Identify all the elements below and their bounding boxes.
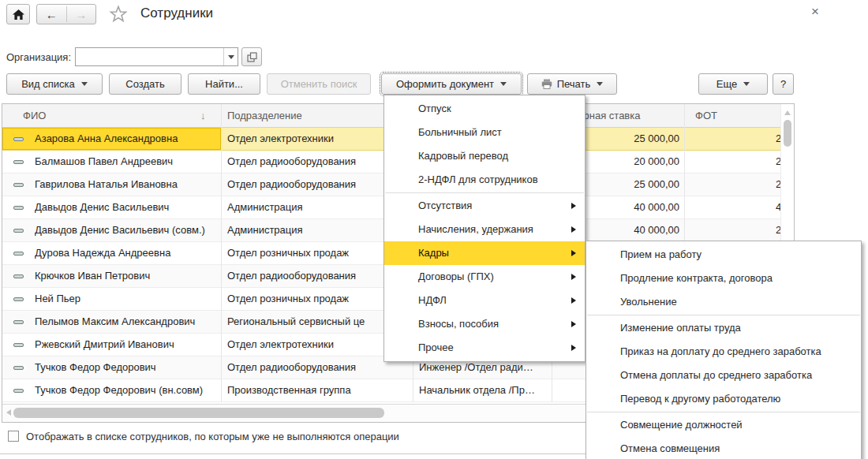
window-bottom-divider <box>0 453 586 454</box>
employee-state-icon <box>13 206 24 210</box>
menu-item-otsutstviya[interactable]: Отсутствия <box>384 194 585 218</box>
grid-line <box>221 104 222 402</box>
cell-fio: Тучков Федор Федорович <box>35 361 218 373</box>
cell-fio: Балмашов Павел Андреевич <box>35 155 218 167</box>
menu-item-2ndfl[interactable]: 2-НДФЛ для сотрудников <box>384 168 585 192</box>
favorites-star-button[interactable] <box>109 5 128 24</box>
menu-separator <box>385 192 584 193</box>
printer-icon <box>541 79 552 89</box>
print-button[interactable]: Печать <box>527 73 617 95</box>
cancel-search-button: Отменить поиск <box>267 73 371 95</box>
submenu-arrow-icon <box>571 250 576 256</box>
menu-separator <box>587 412 860 412</box>
submenu-arrow-icon <box>571 226 576 233</box>
scroll-left-icon[interactable] <box>6 409 11 416</box>
organization-label: Организация: <box>6 51 71 63</box>
employee-state-icon <box>13 183 24 187</box>
cell-fio: Дурова Надежда Андреевна <box>35 247 218 259</box>
employee-state-icon <box>13 229 24 233</box>
column-header-department[interactable]: Подразделение <box>227 110 302 121</box>
chevron-down-icon <box>81 82 88 86</box>
choose-from-list-icon <box>247 52 257 62</box>
home-button[interactable] <box>6 4 30 24</box>
submenu-item-perevod-k-drugomu-rabotodatelyu[interactable]: Перевод к другому работодателю <box>586 387 861 411</box>
submenu-item-otmena-doplaty[interactable]: Отмена доплаты до среднего заработка <box>586 364 861 387</box>
menu-item-dogovory-gph[interactable]: Договоры (ГПХ) <box>384 265 585 289</box>
employees-window: ← → Сотрудники × Организация: Вид списка… <box>0 0 868 459</box>
home-icon <box>13 9 24 20</box>
employee-state-icon <box>13 320 24 324</box>
cell-department: Отдел радиооборудования <box>227 361 411 373</box>
menu-item-bolnichny-list[interactable]: Больничный лист <box>384 121 585 144</box>
vertical-scroll-thumb[interactable] <box>784 120 791 147</box>
menu-item-ndfl[interactable]: НДФЛ <box>384 289 585 312</box>
make-document-menu: Отпуск Больничный лист Кадровый перевод … <box>383 95 586 362</box>
cell-position: Инженер /Отдел ради… <box>419 361 550 373</box>
submenu-arrow-icon <box>571 297 576 304</box>
submenu-item-uvolnenie[interactable]: Увольнение <box>586 290 861 314</box>
show-inactive-label: Отображать в списке сотрудников, по кото… <box>26 431 399 442</box>
menu-item-prochee[interactable]: Прочее <box>384 336 585 360</box>
cell-fio: Ней Пьер <box>35 293 218 304</box>
employee-state-icon <box>13 252 24 256</box>
employee-state-icon <box>13 366 24 370</box>
help-button[interactable]: ? <box>773 73 794 95</box>
menu-item-vznosy-posobiya[interactable]: Взносы, пособия <box>384 312 585 336</box>
sort-desc-icon[interactable]: ↓ <box>200 110 206 121</box>
cell-fio: Крючков Иван Петрович <box>35 270 218 282</box>
cell-fio: Гаврилова Наталья Ивановна <box>35 178 218 190</box>
star-icon <box>109 5 128 24</box>
find-button[interactable]: Найти... <box>188 73 260 95</box>
organization-input[interactable] <box>77 50 223 65</box>
submenu-item-prodlenie-kontrakta[interactable]: Продление контракта, договора <box>586 267 861 290</box>
employee-state-icon <box>13 297 24 301</box>
view-list-button[interactable]: Вид списка <box>6 73 103 95</box>
submenu-item-priem-na-rabotu[interactable]: Прием на работу <box>586 243 861 267</box>
organization-combobox[interactable] <box>75 47 238 66</box>
menu-separator <box>587 315 860 315</box>
menu-item-kadrovy-perevod[interactable]: Кадровый перевод <box>384 144 585 168</box>
scroll-up-icon[interactable] <box>784 110 791 115</box>
cell-fio: Азарова Анна Александровна <box>35 132 218 144</box>
chevron-down-icon <box>500 82 507 86</box>
cell-fio: Пелымов Максим Александрович <box>35 315 218 327</box>
back-button[interactable]: ← <box>37 5 66 24</box>
cell-fio: Давыдов Денис Васильевич (совм.) <box>35 224 218 236</box>
kadry-submenu: Прием на работу Продление контракта, дог… <box>586 241 862 459</box>
more-button[interactable]: Еще <box>698 73 768 95</box>
cell-position: Начальник отдела /Пр… <box>419 384 550 396</box>
employee-state-icon <box>13 274 24 278</box>
chevron-down-icon <box>228 55 234 59</box>
submenu-arrow-icon <box>571 274 576 280</box>
cell-fio: Ржевский Дмитрий Иванович <box>35 338 218 350</box>
employee-state-icon <box>13 137 24 141</box>
submenu-arrow-icon <box>571 321 576 327</box>
submenu-item-otmena-sovmeshcheniya[interactable]: Отмена совмещения <box>586 437 861 459</box>
submenu-item-izmenenie-oplaty-truda[interactable]: Изменение оплаты труда <box>586 316 861 340</box>
page-title: Сотрудники <box>140 6 213 21</box>
column-header-fot[interactable]: ФОТ <box>695 110 717 121</box>
create-button[interactable]: Создать <box>109 73 181 95</box>
history-nav-group: ← → <box>36 4 96 24</box>
cell-fio: Тучков Федор Федорович (вн.совм) <box>35 384 218 396</box>
forward-button[interactable]: → <box>67 5 96 24</box>
employee-state-icon <box>13 389 24 393</box>
forward-arrow-icon: → <box>75 8 87 21</box>
menu-item-kadry[interactable]: Кадры <box>384 241 585 265</box>
show-inactive-checkbox[interactable] <box>8 431 19 442</box>
submenu-item-sovmeshchenie-dolzhnostey[interactable]: Совмещение должностей <box>586 413 861 437</box>
combo-dropdown-button[interactable] <box>223 48 238 65</box>
menu-item-nachisleniya-uderzhaniya[interactable]: Начисления, удержания <box>384 218 585 241</box>
submenu-arrow-icon <box>571 345 576 351</box>
cell-fio: Давыдов Денис Васильевич <box>35 201 218 213</box>
close-icon[interactable]: × <box>806 3 824 21</box>
make-document-button[interactable]: Оформить документ <box>381 73 522 95</box>
employee-state-icon <box>13 160 24 164</box>
organization-choose-button[interactable] <box>241 47 262 66</box>
chevron-down-icon <box>597 82 603 86</box>
menu-item-otpusk[interactable]: Отпуск <box>384 97 585 121</box>
submenu-item-prikaz-na-doplatu[interactable]: Приказ на доплату до среднего заработка <box>586 340 861 364</box>
horizontal-scroll-thumb[interactable] <box>13 408 384 418</box>
back-arrow-icon: ← <box>46 8 58 21</box>
column-header-fio[interactable]: ФИО <box>23 110 46 121</box>
